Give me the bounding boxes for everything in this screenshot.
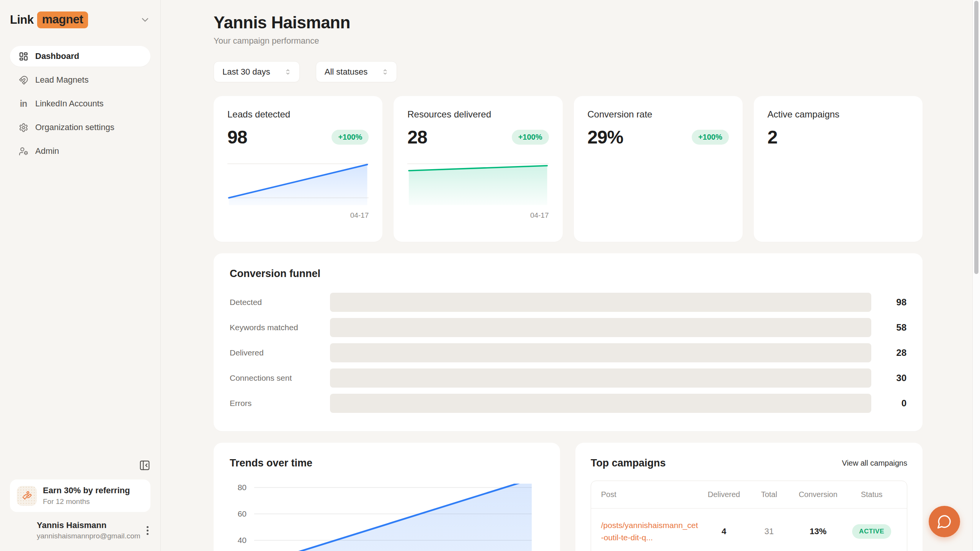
funnel-row-label: Keywords matched — [230, 323, 330, 332]
trends-line-chart: 80 60 40 — [230, 484, 544, 551]
status-select[interactable]: All statuses — [316, 61, 397, 82]
column-header-total: Total — [748, 490, 790, 499]
collapse-sidebar-icon[interactable] — [139, 460, 150, 471]
user-gear-icon — [18, 146, 28, 156]
chat-button[interactable] — [929, 506, 960, 537]
cell-delivered: 4 — [699, 527, 748, 536]
chevron-down-icon[interactable] — [140, 15, 150, 25]
y-axis-tick: 80 — [230, 483, 247, 492]
vertical-scrollbar — [972, 0, 980, 551]
sidebar-item-label: Lead Magnets — [35, 75, 88, 85]
chat-bubble-icon — [937, 514, 952, 529]
stat-value: 29% — [588, 127, 623, 148]
view-all-campaigns-link[interactable]: View all campaigns — [842, 459, 907, 468]
date-range-value: Last 30 days — [222, 67, 270, 77]
app-window: Link magnet Dashboard Lead Magnets in — [0, 0, 980, 551]
growth-badge: +100% — [332, 130, 369, 145]
funnel-chart: Detected 98 Keywords matched 58 Delivere… — [230, 290, 906, 416]
sidebar-item-label: Organization settings — [35, 122, 114, 132]
page-title: Yannis Haismann — [214, 13, 923, 32]
growth-badge: +100% — [512, 130, 549, 145]
status-badge: ACTIVE — [852, 524, 891, 539]
trends-plot-area — [254, 484, 544, 551]
linkedin-icon: in — [18, 99, 28, 109]
funnel-bar-track — [330, 318, 871, 337]
resources-sparkline-chart: 04-17 — [407, 161, 549, 220]
top-campaigns-card: Top campaigns View all campaigns Post De… — [575, 443, 923, 551]
funnel-bar-track — [330, 293, 871, 312]
stat-value: 98 — [227, 127, 247, 148]
brand-logo-text-right: magnet — [37, 11, 88, 28]
stat-card-active-campaigns: Active campaigns 2 — [754, 96, 923, 242]
spark-date-label: 04-17 — [227, 211, 369, 220]
dashboard-grid-icon — [18, 51, 28, 61]
growth-badge: +100% — [692, 130, 729, 145]
sidebar-item-label: Admin — [35, 146, 59, 156]
column-header-status: Status — [846, 490, 897, 499]
stat-cards-row: Leads detected 98 +100% 04-1 — [214, 96, 923, 242]
stat-card-conversion-rate: Conversion rate 29% +100% — [574, 96, 743, 242]
sidebar-nav: Dashboard Lead Magnets in LinkedIn Accou… — [10, 46, 150, 161]
stat-label: Resources delivered — [407, 109, 549, 120]
funnel-row-label: Connections sent — [230, 373, 330, 383]
funnel-row-detected: Detected 98 — [230, 290, 906, 315]
main-content: Yannis Haismann Your campaign performanc… — [161, 0, 980, 551]
sidebar-item-linkedin-accounts[interactable]: in LinkedIn Accounts — [10, 93, 150, 114]
date-range-select[interactable]: Last 30 days — [214, 61, 300, 82]
sidebar-item-lead-magnets[interactable]: Lead Magnets — [10, 70, 150, 90]
funnel-bar-track — [330, 368, 871, 388]
select-updown-icon — [284, 68, 292, 76]
filters-bar: Last 30 days All statuses — [214, 61, 923, 82]
funnel-row-label: Delivered — [230, 348, 330, 357]
user-menu-dots-icon[interactable] — [147, 525, 149, 536]
funnel-row-label: Errors — [230, 399, 330, 408]
leads-sparkline-chart: 04-17 — [227, 161, 369, 220]
referral-banner[interactable]: Earn 30% by referring For 12 months — [10, 479, 150, 512]
funnel-row-value: 0 — [871, 398, 906, 409]
avatar — [12, 521, 31, 540]
spark-date-label: 04-17 — [407, 211, 549, 220]
column-header-delivered: Delivered — [699, 490, 748, 499]
magnet-icon — [18, 75, 28, 85]
funnel-row-errors: Errors 0 — [230, 391, 906, 416]
top-campaigns-title: Top campaigns — [591, 457, 666, 469]
trends-title: Trends over time — [230, 457, 544, 469]
stat-label: Leads detected — [227, 109, 369, 120]
referral-title: Earn 30% by referring — [43, 486, 130, 496]
funnel-bar-track — [330, 343, 871, 362]
brand-logo-text-left: Link — [10, 13, 34, 27]
funnel-row-value: 30 — [871, 373, 906, 383]
stat-card-resources-delivered: Resources delivered 28 +100% 04-17 — [394, 96, 562, 242]
cell-conversion: 13% — [790, 527, 846, 536]
brand-logo: Link magnet — [10, 11, 150, 28]
funnel-title: Conversion funnel — [230, 268, 906, 280]
sidebar-item-organization-settings[interactable]: Organization settings — [10, 117, 150, 138]
referral-hand-icon — [17, 486, 37, 506]
stat-value: 28 — [407, 127, 427, 148]
sidebar-item-label: Dashboard — [35, 51, 79, 61]
scrollbar-thumb[interactable] — [974, 1, 978, 274]
post-link[interactable]: /posts/yannishaismann_cet-outil-te-dit-q… — [601, 519, 699, 543]
sidebar: Link magnet Dashboard Lead Magnets in — [0, 0, 161, 551]
cell-status: ACTIVE — [846, 524, 897, 539]
select-updown-icon — [381, 68, 389, 76]
referral-subtitle: For 12 months — [43, 497, 130, 506]
funnel-row-value: 58 — [871, 322, 906, 333]
column-header-conversion: Conversion — [790, 490, 846, 499]
funnel-row-keywords-matched: Keywords matched 58 — [230, 315, 906, 340]
cell-total: 31 — [748, 527, 790, 536]
funnel-row-connections-sent: Connections sent 30 — [230, 365, 906, 391]
trends-over-time-card: Trends over time 80 60 40 — [214, 443, 560, 551]
sidebar-item-dashboard[interactable]: Dashboard — [10, 46, 150, 67]
column-header-post: Post — [601, 490, 699, 499]
stat-value: 2 — [768, 127, 777, 148]
funnel-row-delivered: Delivered 28 — [230, 340, 906, 365]
funnel-row-value: 98 — [871, 297, 906, 308]
campaigns-table-header: Post Delivered Total Conversion Status — [591, 481, 907, 508]
table-row: /posts/yannishaismann_cet-outil-te-dit-q… — [591, 508, 907, 551]
sidebar-item-admin[interactable]: Admin — [10, 141, 150, 161]
funnel-row-value: 28 — [871, 347, 906, 358]
page-subtitle: Your campaign performance — [214, 36, 923, 46]
user-name: Yannis Haismann — [37, 520, 140, 530]
y-axis-tick: 60 — [230, 509, 247, 518]
